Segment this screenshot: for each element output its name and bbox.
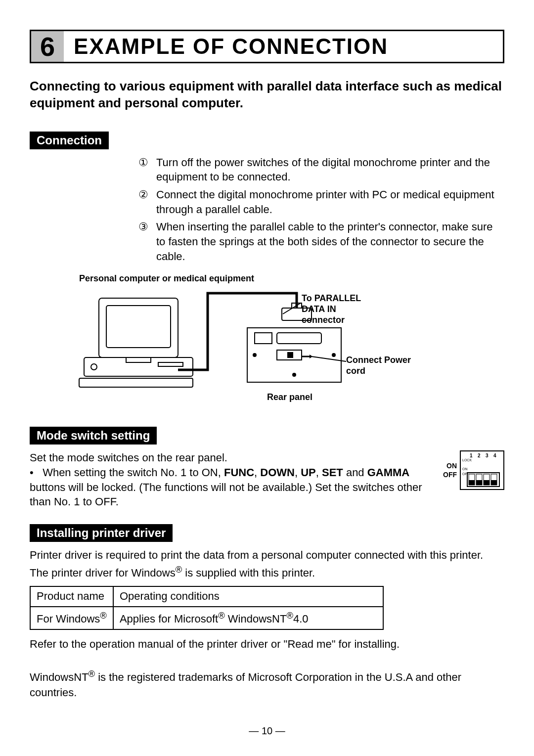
dip-off-label: OFF bbox=[443, 470, 457, 479]
svg-text:2: 2 bbox=[478, 453, 481, 458]
svg-point-5 bbox=[91, 364, 97, 370]
intro-text: Connecting to various equipment with par… bbox=[30, 78, 504, 112]
svg-text:3: 3 bbox=[486, 453, 489, 458]
driver-p2-pre: The printer driver for Windows bbox=[30, 567, 176, 579]
driver-body: Printer driver is required to print the … bbox=[30, 548, 504, 700]
svg-rect-1 bbox=[106, 306, 171, 348]
dip-switch-diagram: ON OFF 1 2 3 4 LOCK ON OFF bbox=[443, 450, 504, 490]
mode-bold-func: FUNC bbox=[224, 466, 254, 479]
svg-rect-7 bbox=[282, 308, 312, 320]
svg-text:ON: ON bbox=[462, 467, 468, 471]
svg-text:LOCK: LOCK bbox=[462, 458, 472, 462]
connection-heading: Connection bbox=[30, 132, 109, 149]
driver-table: Product name Operating conditions For Wi… bbox=[30, 586, 384, 630]
svg-rect-0 bbox=[99, 298, 178, 357]
svg-rect-33 bbox=[484, 480, 490, 485]
svg-rect-4 bbox=[158, 362, 183, 366]
step-2: Connect the digital monochrome printer w… bbox=[138, 187, 504, 217]
diagram-svg bbox=[30, 273, 504, 412]
driver-th-product: Product name bbox=[30, 586, 113, 607]
svg-rect-6 bbox=[79, 378, 193, 387]
connection-diagram: Personal computer or medical equipment T… bbox=[30, 273, 504, 412]
driver-p4: WindowsNT® is the registered trademarks … bbox=[30, 667, 504, 701]
section-number: 6 bbox=[31, 31, 64, 62]
driver-td-conditions: Applies for Microsoft® WindowsNT®4.0 bbox=[113, 607, 383, 629]
page-number: — 10 — bbox=[30, 725, 504, 737]
driver-th-conditions: Operating conditions bbox=[113, 586, 383, 607]
section-header: 6 EXAMPLE OF CONNECTION bbox=[30, 30, 504, 63]
dip-on-label: ON bbox=[443, 461, 457, 470]
mode-bold-set: SET bbox=[322, 466, 343, 479]
svg-rect-2 bbox=[126, 357, 151, 362]
driver-heading: Installing printer driver bbox=[30, 524, 173, 542]
step-1: Turn off the power switches of the digit… bbox=[138, 155, 504, 184]
driver-p3: Refer to the operation manual of the pri… bbox=[30, 637, 504, 652]
svg-rect-29 bbox=[469, 480, 475, 485]
svg-rect-11 bbox=[255, 333, 272, 344]
svg-text:4: 4 bbox=[493, 453, 496, 458]
driver-p1: Printer driver is required to print the … bbox=[30, 548, 504, 563]
mode-text: Set the mode switches on the rear panel.… bbox=[30, 450, 433, 509]
step-3: When inserting the parallel cable to the… bbox=[138, 220, 504, 264]
svg-point-15 bbox=[332, 354, 335, 356]
mode-heading: Mode switch setting bbox=[30, 427, 157, 445]
connection-steps: Turn off the power switches of the digit… bbox=[30, 155, 504, 264]
svg-rect-10 bbox=[277, 333, 321, 344]
svg-rect-13 bbox=[288, 353, 293, 357]
mode-bold-gamma: GAMMA bbox=[367, 466, 410, 479]
section-title: EXAMPLE OF CONNECTION bbox=[64, 31, 398, 62]
svg-point-16 bbox=[293, 373, 296, 376]
dip-svg: 1 2 3 4 LOCK ON OFF bbox=[460, 450, 504, 490]
svg-rect-35 bbox=[491, 480, 497, 485]
svg-point-14 bbox=[253, 354, 256, 356]
mode-bold-down: DOWN bbox=[260, 466, 295, 479]
mode-line1: Set the mode switches on the rear panel. bbox=[30, 451, 227, 464]
svg-text:1: 1 bbox=[470, 453, 473, 458]
mode-bullet-mid: buttons will be locked. (The functions w… bbox=[30, 481, 422, 508]
mode-bullet-prefix: When setting the switch No. 1 to ON, bbox=[43, 466, 224, 479]
mode-bold-up: UP bbox=[301, 466, 316, 479]
driver-p2-post: is supplied with this printer. bbox=[185, 567, 315, 579]
svg-rect-31 bbox=[476, 480, 482, 485]
driver-td-product: For Windows® bbox=[30, 607, 113, 629]
